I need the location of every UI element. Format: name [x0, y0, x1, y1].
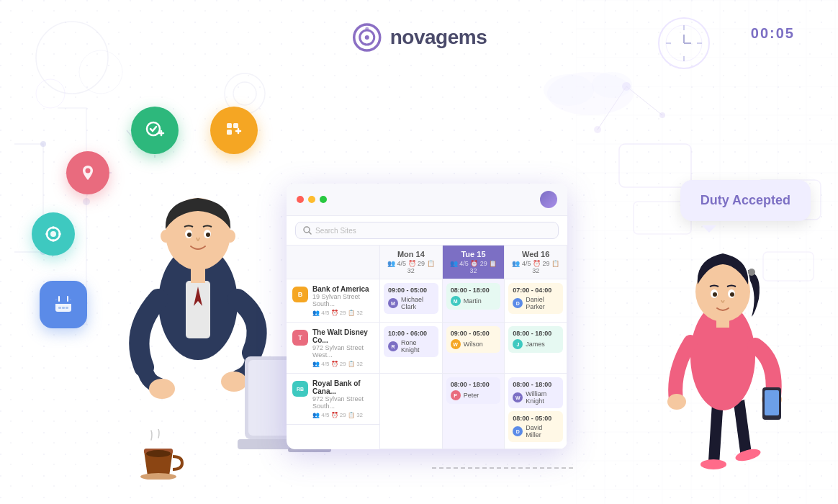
site-info-bank-of-america[interactable]: B Bank of America 19 Sylvan Street South… — [287, 279, 379, 323]
person-avatar: R — [388, 341, 398, 351]
duty-accepted-bubble: Duty Accepted — [680, 180, 811, 221]
rbc-wed-shift-1[interactable]: 08:00 - 18:00 W William Knight — [508, 377, 563, 408]
boa-mon-shift-1[interactable]: 09:00 - 05:00 M Michael Clark — [384, 283, 438, 314]
rbc-tue-shift-1[interactable]: 08:00 - 18:00 P Peter — [446, 377, 501, 404]
shift-time: 08:00 - 18:00 — [451, 287, 497, 294]
shift-time: 08:00 - 18:00 — [451, 381, 497, 388]
person-name: Peter — [464, 392, 479, 399]
site-badge-rbc: RB — [292, 381, 308, 397]
person-name: Martin — [464, 297, 482, 305]
boa-monday-cell: 09:00 - 05:00 M Michael Clark — [380, 279, 443, 323]
window-maximize-dot[interactable] — [320, 196, 327, 203]
svg-point-74 — [225, 230, 235, 243]
svg-point-53 — [58, 233, 61, 235]
disney-tue-shift-1[interactable]: 09:00 - 05:00 W Wilson — [446, 326, 501, 353]
svg-point-51 — [52, 239, 55, 242]
site-row-rbc: RB Royal Bank of Cana... 972 Sylvan Stre… — [287, 374, 380, 449]
window-close-dot[interactable] — [297, 196, 304, 203]
monday-header[interactable]: Mon 14 👥 4/5 ⏰ 29 📋 32 — [380, 246, 443, 279]
boa-tue-shift-1[interactable]: 08:00 - 18:00 M Martin — [446, 283, 501, 310]
person-name: Daniel Parker — [526, 296, 559, 310]
person-avatar: M — [388, 298, 398, 308]
shift-time: 09:00 - 05:00 — [388, 287, 434, 294]
search-input-box[interactable]: Search Sites — [295, 222, 559, 239]
shift-time: 07:00 - 04:00 — [513, 287, 559, 294]
person-right-svg — [651, 187, 795, 490]
shift-person: P Peter — [451, 390, 497, 400]
shift-person: W Wilson — [451, 339, 497, 349]
disney-mon-shift-1[interactable]: 10:00 - 06:00 R Rone Knight — [384, 326, 438, 357]
svg-line-90 — [309, 232, 311, 234]
shift-person: M Michael Clark — [388, 296, 434, 310]
person-avatar: J — [513, 339, 523, 349]
shift-time: 08:00 - 05:00 — [513, 415, 559, 422]
header: novagems — [351, 22, 487, 53]
calendar-icon[interactable] — [40, 281, 87, 328]
person-name: David Miller — [526, 424, 559, 438]
disney-tuesday-cell: 09:00 - 05:00 W Wilson — [443, 323, 505, 374]
svg-point-50 — [52, 226, 55, 229]
disney-wednesday-cell: 08:00 - 18:00 J James — [505, 323, 567, 374]
svg-point-100 — [730, 292, 734, 297]
shift-time: 09:00 - 05:00 — [451, 330, 497, 337]
site-name-disney: The Walt Disney Co... — [312, 328, 374, 344]
shift-person: D Daniel Parker — [513, 296, 559, 310]
site-info-disney[interactable]: T The Walt Disney Co... 972 Sylvan Stree… — [287, 323, 379, 374]
person-avatar: W — [451, 339, 461, 349]
wednesday-header[interactable]: Wed 16 👥 4/5 ⏰ 29 📋 32 — [505, 246, 567, 279]
dashboard-window: Search Sites Mon 14 👥 4/5 ⏰ 29 📋 32 Tue … — [287, 184, 567, 449]
tuesday-header[interactable]: Tue 15 👥 4/5 ⏰ 29 📋 32 — [443, 246, 505, 279]
window-titlebar — [287, 184, 567, 216]
calendar-grid: Mon 14 👥 4/5 ⏰ 29 📋 32 Tue 15 👥 4/5 ⏰ 29… — [287, 246, 567, 449]
site-info-rbc[interactable]: RB Royal Bank of Cana... 972 Sylvan Stre… — [287, 374, 379, 425]
monday-stats: 👥 4/5 ⏰ 29 📋 32 — [386, 260, 436, 274]
shift-person: J James — [513, 339, 559, 349]
svg-point-91 — [700, 459, 726, 469]
person-right-illustration — [651, 187, 795, 490]
person-name: James — [526, 341, 545, 348]
location-circle-icon[interactable] — [32, 212, 75, 256]
person-name: Michael Clark — [401, 296, 434, 310]
site-stats-disney: 👥 4/5 ⏰ 29 📋 32 — [312, 361, 374, 367]
tuesday-stats: 👥 4/5 ⏰ 29 📋 32 — [449, 260, 499, 274]
site-addr-disney: 972 Sylvan Street West... — [312, 344, 374, 359]
rbc-wed-shift-2[interactable]: 08:00 - 05:00 D David Miller — [508, 411, 563, 442]
svg-point-99 — [713, 292, 717, 297]
person-name: Wilson — [464, 341, 483, 348]
svg-point-73 — [161, 230, 171, 243]
site-badge-disney: T — [292, 330, 308, 346]
person-avatar: D — [513, 426, 523, 436]
svg-point-37 — [365, 35, 369, 40]
locationcircle-svg — [43, 224, 63, 244]
shift-time: 08:00 - 18:00 — [513, 330, 559, 337]
boa-tuesday-cell: 08:00 - 18:00 M Martin — [443, 279, 505, 323]
search-placeholder: Search Sites — [315, 227, 356, 235]
site-name-rbc: Royal Bank of Cana... — [312, 379, 374, 395]
site-row-bank-of-america: B Bank of America 19 Sylvan Street South… — [287, 279, 380, 323]
shift-time: 10:00 - 06:00 — [388, 330, 434, 337]
app-name: novagems — [390, 26, 487, 49]
window-minimize-dot[interactable] — [308, 196, 315, 203]
shift-person: W William Knight — [513, 390, 559, 405]
shift-person: M Martin — [451, 296, 497, 306]
logo-icon — [351, 22, 383, 53]
svg-point-72 — [206, 233, 210, 237]
shift-person: R Rone Knight — [388, 339, 434, 354]
person-name: William Knight — [526, 390, 559, 405]
window-avatar — [540, 191, 557, 208]
svg-point-96 — [748, 269, 755, 276]
duty-accepted-text: Duty Accepted — [700, 193, 790, 207]
wednesday-stats: 👥 4/5 ⏰ 29 📋 32 — [510, 260, 561, 274]
svg-point-52 — [45, 233, 48, 235]
site-name-boa: Bank of America — [312, 285, 374, 293]
svg-rect-75 — [191, 265, 205, 283]
shift-time: 08:00 - 18:00 — [513, 381, 559, 388]
site-stats-boa: 👥 4/5 ⏰ 29 📋 32 — [312, 310, 374, 316]
disney-wed-shift-1[interactable]: 08:00 - 18:00 J James — [508, 326, 563, 353]
coffee-svg — [133, 429, 184, 480]
site-details-boa: Bank of America 19 Sylvan Street South..… — [312, 285, 374, 316]
site-details-rbc: Royal Bank of Cana... 972 Sylvan Street … — [312, 379, 374, 418]
site-badge-boa: B — [292, 287, 308, 302]
boa-wed-shift-1[interactable]: 07:00 - 04:00 D Daniel Parker — [508, 283, 563, 314]
svg-rect-61 — [66, 307, 68, 309]
